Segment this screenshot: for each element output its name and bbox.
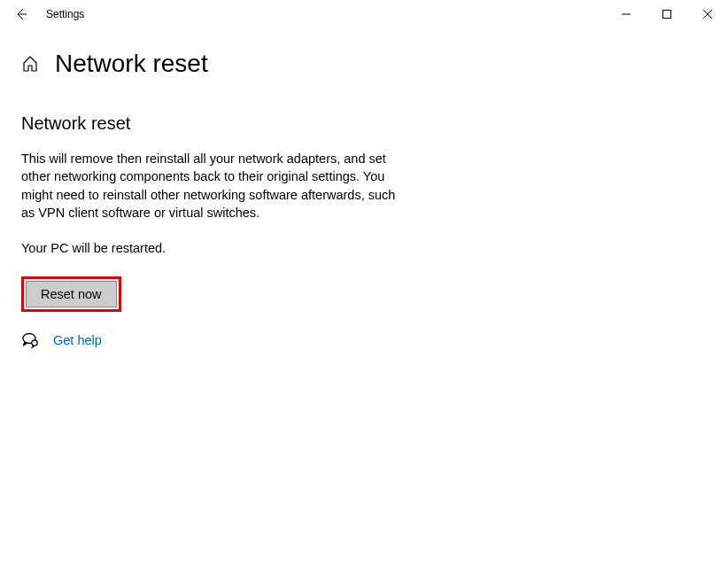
- home-icon-svg: [21, 55, 39, 73]
- page-title: Network reset: [55, 50, 208, 78]
- section-heading: Network reset: [21, 113, 510, 134]
- maximize-icon: [662, 10, 671, 19]
- titlebar: Settings: [0, 0, 728, 28]
- titlebar-left: Settings: [0, 0, 84, 28]
- reset-now-button[interactable]: Reset now: [26, 281, 117, 307]
- restart-note: Your PC will be restarted.: [21, 241, 510, 255]
- minimize-icon: [622, 10, 631, 19]
- minimize-button[interactable]: [606, 0, 647, 28]
- close-icon: [703, 10, 712, 19]
- reset-button-highlight: Reset now: [21, 276, 121, 312]
- get-help-icon: [21, 331, 39, 349]
- back-button[interactable]: [0, 0, 41, 28]
- description-text: This will remove then reinstall all your…: [21, 150, 411, 222]
- svg-rect-1: [663, 11, 671, 19]
- window-controls: [606, 0, 728, 28]
- get-help-link[interactable]: Get help: [53, 333, 102, 347]
- app-title: Settings: [46, 8, 84, 20]
- svg-point-5: [32, 340, 37, 346]
- header-row: Network reset: [0, 28, 728, 78]
- arrow-left-icon: [13, 7, 27, 21]
- maximize-button[interactable]: [647, 0, 687, 28]
- home-icon[interactable]: [21, 55, 39, 73]
- close-button[interactable]: [687, 0, 728, 28]
- help-row: Get help: [21, 331, 510, 349]
- content: Network reset This will remove then rein…: [0, 78, 531, 349]
